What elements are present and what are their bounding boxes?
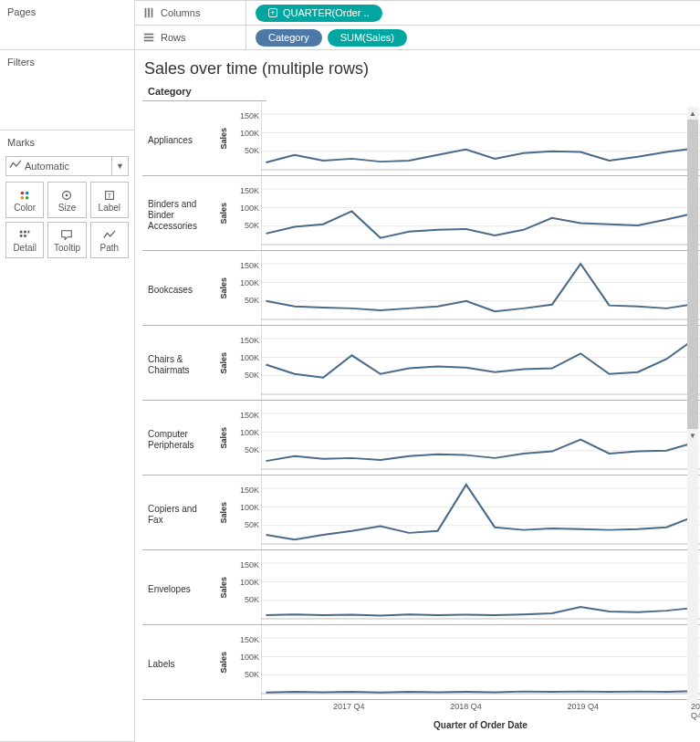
- detail-icon: [18, 228, 31, 243]
- facet-header: Category: [142, 84, 266, 101]
- scroll-thumb[interactable]: [687, 120, 698, 429]
- columns-shelf[interactable]: Columns +QUARTER(Order ..: [135, 1, 700, 26]
- chart-row: Copiers and FaxSales150K100K50K: [142, 476, 700, 550]
- x-axis-label: Quarter of Order Date: [261, 716, 700, 730]
- category-label: Envelopes: [142, 550, 215, 624]
- y-axis-label: Sales: [219, 502, 228, 524]
- y-ticks: 150K100K50K: [232, 625, 261, 699]
- tooltip-icon: [60, 228, 73, 243]
- line-icon: [6, 159, 25, 173]
- svg-point-5: [66, 193, 68, 196]
- svg-rect-9: [24, 230, 26, 233]
- chart-row: Computer PeripheralsSales150K100K50K: [142, 401, 700, 476]
- label-button[interactable]: TLabel: [90, 182, 129, 218]
- detail-button[interactable]: Detail: [5, 222, 44, 258]
- scroll-down-icon[interactable]: ▼: [687, 429, 698, 442]
- mark-type-select[interactable]: Automatic ▼: [5, 156, 129, 176]
- category-label: Binders and Binder Accessories: [142, 176, 215, 250]
- color-button[interactable]: Color: [5, 182, 44, 218]
- rows-pill-sales[interactable]: SUM(Sales): [328, 29, 407, 47]
- expand-icon: +: [268, 8, 277, 17]
- y-axis-label: Sales: [219, 652, 228, 674]
- plot-area[interactable]: [261, 251, 700, 325]
- plot-area[interactable]: [261, 101, 700, 175]
- chart-title: Sales over time (multiple rows): [142, 56, 700, 84]
- category-label: Computer Peripherals: [142, 401, 215, 475]
- chart-row: Chairs & ChairmatsSales150K100K50K: [142, 326, 700, 401]
- plot-area[interactable]: [261, 476, 700, 549]
- category-label: Appliances: [142, 101, 215, 175]
- columns-label: Columns: [161, 7, 200, 18]
- marks-buttons: Color Size TLabel Detail Tooltip Path: [0, 182, 134, 258]
- svg-rect-10: [28, 230, 30, 233]
- y-axis-label: Sales: [219, 577, 228, 599]
- chart-row: EnvelopesSales150K100K50K: [142, 550, 700, 625]
- y-ticks: 150K100K50K: [232, 401, 261, 475]
- chart-row: Binders and Binder AccessoriesSales150K1…: [142, 176, 700, 251]
- dropdown-icon[interactable]: ▼: [111, 157, 128, 175]
- svg-rect-15: [151, 8, 153, 18]
- svg-rect-13: [145, 8, 147, 18]
- x-tick: 2020 Q4: [691, 702, 700, 720]
- y-axis-label: Sales: [219, 427, 228, 449]
- columns-pill-quarter[interactable]: +QUARTER(Order ..: [256, 5, 382, 22]
- mark-type-label: Automatic: [25, 161, 111, 172]
- chart-row: AppliancesSales150K100K50K: [142, 101, 700, 176]
- rows-label: Rows: [161, 32, 186, 43]
- category-label: Chairs & Chairmats: [142, 326, 215, 400]
- scrollbar[interactable]: ▲ ▼: [687, 107, 698, 702]
- chart-row: LabelsSales150K100K50K: [142, 625, 700, 700]
- y-ticks: 150K100K50K: [232, 326, 261, 400]
- svg-text:T: T: [108, 192, 112, 198]
- svg-rect-16: [144, 34, 154, 36]
- color-icon: [18, 188, 31, 203]
- y-ticks: 150K100K50K: [232, 476, 261, 549]
- chart-row: BookcasesSales150K100K50K: [142, 251, 700, 326]
- category-label: Labels: [142, 625, 215, 699]
- label-icon: T: [103, 188, 116, 203]
- svg-rect-11: [20, 235, 23, 237]
- rows-icon: [142, 31, 155, 44]
- plot-area[interactable]: [261, 550, 700, 624]
- x-tick: 2017 Q4: [333, 702, 365, 711]
- y-axis-label: Sales: [219, 128, 228, 150]
- y-axis-label: Sales: [219, 203, 228, 225]
- svg-rect-8: [20, 230, 23, 233]
- y-axis-label: Sales: [219, 352, 228, 374]
- plot-area[interactable]: [261, 326, 700, 400]
- y-axis-label: Sales: [219, 277, 228, 299]
- svg-rect-17: [144, 37, 154, 38]
- svg-rect-18: [144, 40, 154, 42]
- marks-shelf-label: Marks: [0, 131, 134, 154]
- scroll-up-icon[interactable]: ▲: [687, 107, 698, 120]
- y-ticks: 150K100K50K: [232, 251, 261, 325]
- rows-pill-category[interactable]: Category: [256, 29, 322, 47]
- y-ticks: 150K100K50K: [232, 101, 261, 175]
- tooltip-button[interactable]: Tooltip: [47, 222, 86, 258]
- path-icon: [103, 228, 116, 243]
- plot-area[interactable]: [261, 625, 700, 699]
- rows-shelf[interactable]: Rows Category SUM(Sales): [135, 26, 700, 50]
- y-ticks: 150K100K50K: [232, 550, 261, 624]
- size-button[interactable]: Size: [47, 182, 86, 218]
- category-label: Bookcases: [142, 251, 215, 325]
- svg-point-3: [26, 195, 29, 199]
- filters-shelf-label: Filters: [0, 50, 134, 74]
- svg-rect-12: [24, 235, 26, 237]
- svg-rect-14: [148, 8, 150, 18]
- x-tick: 2019 Q4: [567, 702, 599, 711]
- svg-point-1: [26, 191, 29, 194]
- size-icon: [60, 188, 73, 203]
- y-ticks: 150K100K50K: [232, 176, 261, 250]
- svg-point-2: [21, 195, 25, 199]
- pages-shelf-label: Pages: [0, 0, 134, 24]
- svg-point-0: [21, 191, 25, 194]
- category-label: Copiers and Fax: [142, 476, 215, 549]
- x-tick: 2018 Q4: [450, 702, 482, 711]
- columns-icon: [142, 6, 155, 19]
- path-button[interactable]: Path: [90, 222, 129, 258]
- plot-area[interactable]: [261, 176, 700, 250]
- plot-area[interactable]: [261, 401, 700, 475]
